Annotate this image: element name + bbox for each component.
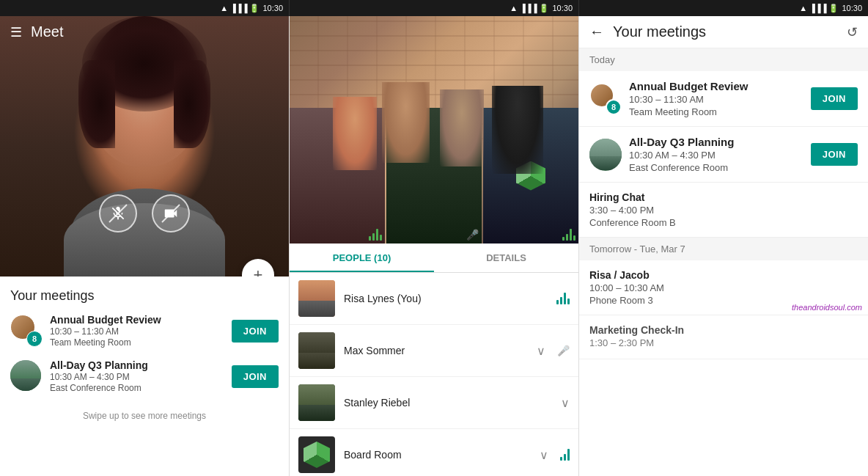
thumb-head-stanley <box>298 384 335 405</box>
person3 <box>440 89 484 166</box>
person-thumb-risa <box>298 280 335 317</box>
meeting-room-q3: East Conference Room <box>50 383 224 393</box>
sound-bars-stanley <box>562 229 575 241</box>
bar3 <box>376 229 378 241</box>
tab-details[interactable]: DETAILS <box>434 244 578 272</box>
meeting-room-photo: 🎤 <box>290 16 578 244</box>
signal-icon: ▐▐▐ <box>230 4 247 12</box>
right-meeting-hiring: Hiring Chat 3:30 – 4:00 PM Conference Ro… <box>579 183 868 238</box>
risa-jacob-name: Risa / Jacob <box>589 269 858 281</box>
right-meeting-marketing: Marketing Check-In 1:30 – 2:30 PM <box>579 315 868 359</box>
thumb-body-max <box>298 353 335 370</box>
mute-button[interactable] <box>99 194 137 232</box>
refresh-button[interactable]: ↺ <box>847 24 858 40</box>
section-header-tomorrow: Tomorrow - Tue, Mar 7 <box>579 238 868 260</box>
meeting-time-q3: 10:30 AM – 4:30 PM <box>50 372 224 382</box>
left-panel: ☰ Meet + Your meet <box>0 16 290 476</box>
wifi-icon-right: ▲ <box>799 4 807 12</box>
swipe-hint: Swipe up to see more meetings <box>10 405 279 430</box>
bar1 <box>369 236 371 241</box>
meeting-room-budget: Team Meeting Room <box>50 337 224 348</box>
sound-bars-person-risa <box>556 293 570 304</box>
hiring-chat-time: 3:30 – 4:00 PM <box>589 205 858 216</box>
thumb-head-risa <box>298 280 335 301</box>
expand-stanley[interactable]: ∨ <box>561 396 570 410</box>
thumb-head-max <box>298 332 335 353</box>
right-meeting-info-q3: All-Day Q3 Planning 10:30 AM – 4:30 PM E… <box>629 136 803 173</box>
right-join-button-budget[interactable]: JOIN <box>811 87 858 110</box>
av-budget-badge: 8 <box>606 99 622 115</box>
bar2 <box>372 233 375 241</box>
meeting-info-budget: Annual Budget Review 10:30 – 11:30 AM Te… <box>50 314 224 348</box>
av-budget-wrapper: 8 <box>589 83 622 115</box>
section-header-today: Today <box>579 48 868 71</box>
marketing-name: Marketing Check-In <box>589 324 858 336</box>
status-time-right: 10:30 <box>842 4 862 12</box>
right-meeting-name-q3: All-Day Q3 Planning <box>629 136 803 148</box>
status-section-right: ▲ ▐▐▐ 🔋 10:30 <box>579 0 868 16</box>
right-meeting-time-q3: 10:30 AM – 4:30 PM <box>629 150 803 161</box>
bar-s2 <box>566 234 568 241</box>
person2 <box>382 82 430 163</box>
status-time-mid: 10:30 <box>552 4 573 12</box>
hex-logo-br <box>304 442 330 468</box>
expand-max[interactable]: ∨ <box>537 344 545 358</box>
bar4 <box>380 235 382 241</box>
right-meeting-room-budget: Team Meeting Room <box>629 106 803 117</box>
right-avatar-budget: 8 <box>589 83 622 115</box>
meeting-name-budget: Annual Budget Review <box>50 314 224 326</box>
meeting-avatars-budget: 8 <box>10 315 43 347</box>
battery-icon-right: 🔋 <box>828 4 839 13</box>
camera-button[interactable] <box>152 194 190 232</box>
right-join-button-q3[interactable]: JOIN <box>811 143 858 166</box>
wifi-icon-mid: ▲ <box>510 4 518 12</box>
hiring-chat-room: Conference Room B <box>589 217 858 228</box>
person-name-max: Max Sommer <box>344 345 528 356</box>
status-bar: ▲ ▐▐▐ 🔋 10:30 ▲ ▐▐▐ 🔋 10:30 ▲ ▐▐▐ 🔋 10:3… <box>0 0 868 16</box>
tab-people[interactable]: PEOPLE (10) <box>290 244 434 272</box>
watermark: theandroidsoul.com <box>792 303 862 312</box>
right-meeting-room-q3: East Conference Room <box>629 162 803 173</box>
status-icons-left: ▲ ▐▐▐ 🔋 <box>220 4 260 13</box>
av-q3-head <box>589 139 622 156</box>
expand-boardroom[interactable]: ∨ <box>540 448 548 462</box>
person-thumb-max <box>298 332 335 369</box>
battery-icon: 🔋 <box>249 4 260 13</box>
av-q3-body <box>589 156 622 171</box>
signal-icon-right: ▐▐▐ <box>809 4 826 12</box>
person-thumb-boardroom <box>298 436 335 473</box>
person-name-boardroom: Board Room <box>344 449 531 461</box>
sound-bars-risa <box>369 229 382 241</box>
person-row-max: Max Sommer ∨ 🎤 <box>290 325 578 377</box>
avatar-q3 <box>10 360 41 391</box>
bar-s1 <box>562 237 564 241</box>
meeting-time-budget: 10:30 – 11:30 AM <box>50 326 224 337</box>
face-simulation <box>0 16 289 277</box>
join-button-budget[interactable]: JOIN <box>232 320 279 343</box>
status-section-left: ▲ ▐▐▐ 🔋 10:30 <box>0 0 290 16</box>
avatar-head <box>10 360 41 378</box>
join-button-q3[interactable]: JOIN <box>232 365 279 388</box>
sound-bars-boardroom <box>560 449 570 461</box>
right-header: ← Your meetings ↺ <box>579 16 868 48</box>
meeting-name-q3: All-Day Q3 Planning <box>50 359 224 371</box>
bar-s4 <box>573 235 575 241</box>
status-section-middle: ▲ ▐▐▐ 🔋 10:30 <box>290 0 579 16</box>
app-title: Meet <box>31 23 63 40</box>
person-row-risa: Risa Lynes (You) <box>290 273 578 325</box>
self-video-area: ☰ Meet + <box>0 16 289 277</box>
right-meeting-risa-jacob: Risa / Jacob 10:00 – 10:30 AM Phone Room… <box>579 260 868 315</box>
video-grid: 🎤 <box>290 16 578 244</box>
meeting-item-budget: 8 Annual Budget Review 10:30 – 11:30 AM … <box>10 314 279 348</box>
person-row-stanley: Stanley Riebel ∨ <box>290 377 578 429</box>
back-button[interactable]: ← <box>589 23 604 40</box>
hiring-chat-name: Hiring Chat <box>589 191 858 203</box>
risa-jacob-time: 10:00 – 10:30 AM <box>589 282 858 293</box>
avatar-count-badge: 8 <box>26 331 43 347</box>
meeting-item-q3: All-Day Q3 Planning 10:30 AM – 4:30 PM E… <box>10 359 279 393</box>
wifi-icon: ▲ <box>220 4 228 12</box>
avatar-body <box>10 378 41 391</box>
right-avatar-q3 <box>589 139 622 171</box>
signal-icon-mid: ▐▐▐ <box>520 4 537 12</box>
menu-icon[interactable]: ☰ <box>10 24 22 40</box>
